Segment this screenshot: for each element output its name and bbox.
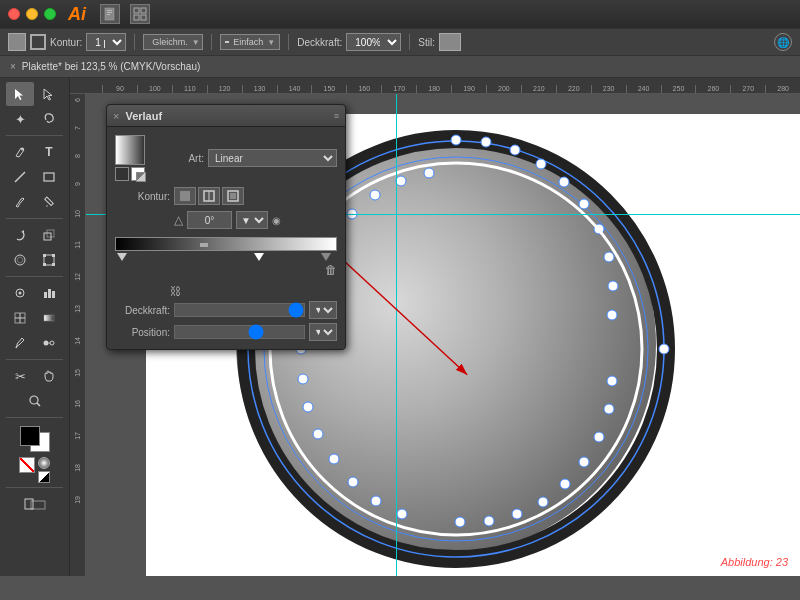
foreground-color-swatch[interactable] <box>20 426 40 446</box>
gradient-stop-right[interactable] <box>321 253 331 261</box>
kontur-btn-2[interactable] <box>198 187 220 205</box>
panel-header[interactable]: × Verlauf ≡ <box>107 105 345 127</box>
stroke-style1[interactable]: Gleichm. ▼ <box>143 34 203 50</box>
line-tool[interactable] <box>6 165 34 189</box>
deckkraft-slider[interactable] <box>174 303 305 317</box>
blend-tool[interactable] <box>35 331 63 355</box>
no-color-swatch[interactable] <box>19 457 35 473</box>
free-transform-tool[interactable] <box>35 248 63 272</box>
eyedropper-tool[interactable] <box>6 331 34 355</box>
tool-row-7 <box>2 248 67 272</box>
color-mode-toggle[interactable] <box>38 457 50 469</box>
stroke-style2[interactable]: Einfach ▼ <box>220 34 280 50</box>
screen-mode-row <box>2 492 67 516</box>
gradient-stop-mid[interactable] <box>254 253 264 261</box>
gradient-midpoint[interactable] <box>200 243 208 247</box>
stroke-swatch[interactable] <box>30 34 46 50</box>
abbildung-label: Abbildung: 23 <box>721 556 788 568</box>
stroke-chevron1[interactable]: ▼ <box>192 38 200 47</box>
gradient-slider-container: 🗑 <box>115 237 337 277</box>
mesh-tool[interactable] <box>6 306 34 330</box>
angle-select[interactable]: ▼ <box>236 211 268 229</box>
pencil-tool[interactable] <box>35 190 63 214</box>
link-row: ⛓ <box>170 285 337 297</box>
symbol-sprayer-tool[interactable] <box>6 281 34 305</box>
delete-stop-button[interactable]: 🗑 <box>325 263 337 277</box>
scale-tool[interactable] <box>35 223 63 247</box>
svg-point-47 <box>536 159 546 169</box>
gradient-tool[interactable] <box>35 306 63 330</box>
ruler-mark: 130 <box>242 85 277 93</box>
ruler-num: 18 <box>72 462 83 474</box>
deckkraft-mini-select[interactable]: ▼ <box>309 301 337 319</box>
ruler-num: 14 <box>72 335 83 347</box>
pen-tool[interactable] <box>6 140 34 164</box>
tool-row-10 <box>2 331 67 355</box>
panel-expand-button[interactable]: ≡ <box>334 111 339 121</box>
fill-color-mini[interactable] <box>131 167 145 181</box>
tool-sep-2 <box>6 218 63 219</box>
zoom-tool[interactable] <box>21 389 49 413</box>
close-button[interactable] <box>8 8 20 20</box>
svg-rect-20 <box>43 254 46 257</box>
lasso-tool[interactable] <box>35 107 63 131</box>
svg-point-51 <box>604 252 614 262</box>
deckkraft-panel-label: Deckkraft: <box>115 305 170 316</box>
stroke-chevron2[interactable]: ▼ <box>267 38 275 47</box>
angle-input[interactable] <box>187 211 232 229</box>
position-mini-select[interactable]: ▼ <box>309 323 337 341</box>
column-graph-tool[interactable] <box>35 281 63 305</box>
minimize-button[interactable] <box>26 8 38 20</box>
gradient-preview-swatch[interactable] <box>115 135 145 165</box>
titlebar: Ai <box>0 0 800 28</box>
tool-row-4 <box>2 165 67 189</box>
direct-selection-tool[interactable] <box>35 82 63 106</box>
web-icon[interactable]: 🌐 <box>774 33 792 51</box>
selection-tool[interactable] <box>6 82 34 106</box>
kontur-select[interactable]: 1 pt <box>86 33 126 51</box>
gradient-bar[interactable] <box>115 237 337 251</box>
scissors-tool[interactable]: ✂ <box>6 364 34 388</box>
tool-sep-1 <box>6 135 63 136</box>
stil-label: Stil: <box>418 37 435 48</box>
type-tool[interactable]: T <box>35 140 63 164</box>
rectangle-tool[interactable] <box>35 165 63 189</box>
maximize-button[interactable] <box>44 8 56 20</box>
stil-swatch[interactable] <box>439 33 461 51</box>
color-swatches <box>2 426 67 483</box>
svg-line-11 <box>15 172 25 182</box>
ruler-mark: 250 <box>661 85 696 93</box>
ruler-mark: 220 <box>556 85 591 93</box>
screen-mode-button[interactable] <box>21 492 49 516</box>
position-slider[interactable] <box>174 325 305 339</box>
ruler-mark: 160 <box>346 85 381 93</box>
deckkraft-select[interactable]: 100% <box>346 33 401 51</box>
ruler-num: 7 <box>72 124 83 132</box>
warp-tool[interactable] <box>6 248 34 272</box>
swap-colors-icon[interactable] <box>38 471 50 483</box>
kontur-btn-1[interactable] <box>174 187 196 205</box>
kontur-btn-3[interactable] <box>222 187 244 205</box>
svg-marker-9 <box>44 89 52 100</box>
swatch-stack[interactable] <box>20 426 50 452</box>
link-icon[interactable]: ⛓ <box>170 285 181 297</box>
kontur-row: Kontur: <box>115 187 337 205</box>
view-options-icon[interactable] <box>130 4 150 24</box>
fill-swatch[interactable] <box>8 33 26 51</box>
canvas-area[interactable]: 90 100 110 120 130 140 150 160 170 180 1… <box>70 78 800 576</box>
svg-rect-21 <box>52 254 55 257</box>
gradient-stop-left[interactable] <box>117 253 127 261</box>
tab-close-button[interactable]: × <box>10 61 16 72</box>
canvas-content[interactable]: × Verlauf ≡ <box>86 94 800 576</box>
svg-point-79 <box>397 509 407 519</box>
art-select[interactable]: Linear Radial <box>208 149 337 167</box>
stroke-color-mini[interactable] <box>115 167 129 181</box>
rotate-tool[interactable] <box>6 223 34 247</box>
magic-wand-tool[interactable]: ✦ <box>6 107 34 131</box>
ruler-mark: 140 <box>277 85 312 93</box>
brush-tool[interactable] <box>6 190 34 214</box>
hand-tool[interactable] <box>35 364 63 388</box>
ruler-mark: 100 <box>137 85 172 93</box>
svg-point-35 <box>50 341 54 345</box>
panel-close-button[interactable]: × <box>113 110 119 122</box>
